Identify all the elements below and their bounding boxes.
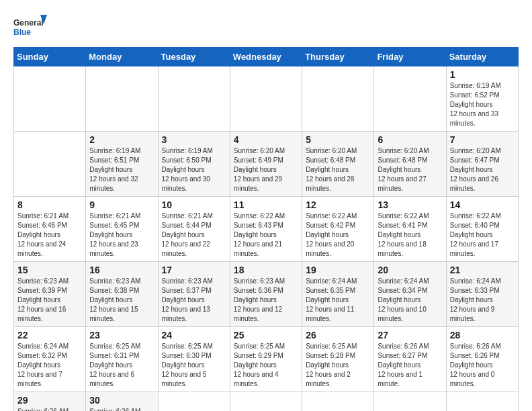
calendar-day-cell xyxy=(374,66,446,132)
calendar-day-cell: 13Sunrise: 6:22 AMSunset: 6:41 PMDayligh… xyxy=(374,197,446,262)
calendar-day-cell: 7Sunrise: 6:20 AMSunset: 6:47 PMDaylight… xyxy=(446,132,518,197)
calendar-day-cell: 19Sunrise: 6:24 AMSunset: 6:35 PMDayligh… xyxy=(302,262,374,327)
day-info: Sunrise: 6:19 AMSunset: 6:52 PMDaylight … xyxy=(450,81,515,128)
day-number: 11 xyxy=(234,199,298,210)
day-number: 30 xyxy=(89,395,154,406)
day-number: 16 xyxy=(89,265,154,275)
day-number: 21 xyxy=(450,265,515,275)
header: GeneralBlue xyxy=(13,13,519,40)
day-info: Sunrise: 6:19 AMSunset: 6:51 PMDaylight … xyxy=(89,146,154,193)
day-info: Sunrise: 6:21 AMSunset: 6:44 PMDaylight … xyxy=(162,212,226,259)
calendar-header-cell: Friday xyxy=(374,48,446,66)
day-info: Sunrise: 6:23 AMSunset: 6:37 PMDaylight … xyxy=(162,277,226,324)
calendar-day-cell: 24Sunrise: 6:25 AMSunset: 6:30 PMDayligh… xyxy=(158,327,230,392)
day-info: Sunrise: 6:24 AMSunset: 6:33 PMDaylight … xyxy=(450,277,515,324)
day-number: 12 xyxy=(306,199,370,210)
day-number: 23 xyxy=(89,330,154,340)
logo: GeneralBlue xyxy=(13,13,47,40)
day-number: 5 xyxy=(306,134,370,145)
day-info: Sunrise: 6:25 AMSunset: 6:29 PMDaylight … xyxy=(234,342,298,389)
calendar-day-cell: 21Sunrise: 6:24 AMSunset: 6:33 PMDayligh… xyxy=(446,262,518,327)
calendar-day-cell xyxy=(14,66,86,132)
day-info: Sunrise: 6:20 AMSunset: 6:47 PMDaylight … xyxy=(450,146,515,193)
day-number: 29 xyxy=(17,395,82,406)
day-info: Sunrise: 6:24 AMSunset: 6:34 PMDaylight … xyxy=(378,277,442,324)
day-number: 15 xyxy=(17,265,82,275)
calendar-table: SundayMondayTuesdayWednesdayThursdayFrid… xyxy=(13,47,519,411)
day-number: 1 xyxy=(450,69,515,80)
calendar-day-cell xyxy=(14,132,86,197)
svg-text:Blue: Blue xyxy=(13,28,31,37)
calendar-day-cell: 9Sunrise: 6:21 AMSunset: 6:45 PMDaylight… xyxy=(86,197,158,262)
day-number: 18 xyxy=(234,265,298,275)
day-info: Sunrise: 6:21 AMSunset: 6:46 PMDaylight … xyxy=(17,212,82,259)
calendar-day-cell: 17Sunrise: 6:23 AMSunset: 6:37 PMDayligh… xyxy=(158,262,230,327)
calendar-week-row: 2Sunrise: 6:19 AMSunset: 6:51 PMDaylight… xyxy=(14,132,519,197)
day-info: Sunrise: 6:22 AMSunset: 6:42 PMDaylight … xyxy=(306,212,370,259)
day-info: Sunrise: 6:22 AMSunset: 6:40 PMDaylight … xyxy=(450,212,515,259)
day-info: Sunrise: 6:24 AMSunset: 6:32 PMDaylight … xyxy=(17,342,82,389)
day-info: Sunrise: 6:25 AMSunset: 6:30 PMDaylight … xyxy=(162,342,226,389)
day-number: 13 xyxy=(378,199,442,210)
day-info: Sunrise: 6:23 AMSunset: 6:38 PMDaylight … xyxy=(89,277,154,324)
day-number: 24 xyxy=(162,330,226,340)
day-info: Sunrise: 6:26 AMSunset: 6:25 PMDaylight … xyxy=(17,407,82,411)
calendar-day-cell: 27Sunrise: 6:26 AMSunset: 6:27 PMDayligh… xyxy=(374,327,446,392)
day-number: 8 xyxy=(17,199,82,210)
calendar-day-cell: 23Sunrise: 6:25 AMSunset: 6:31 PMDayligh… xyxy=(86,327,158,392)
day-info: Sunrise: 6:25 AMSunset: 6:28 PMDaylight … xyxy=(306,342,370,389)
day-info: Sunrise: 6:20 AMSunset: 6:49 PMDaylight … xyxy=(234,146,298,193)
day-info: Sunrise: 6:23 AMSunset: 6:36 PMDaylight … xyxy=(234,277,298,324)
calendar-day-cell xyxy=(374,392,446,412)
day-number: 26 xyxy=(306,330,370,340)
calendar-header-cell: Wednesday xyxy=(230,48,302,66)
calendar-week-row: 15Sunrise: 6:23 AMSunset: 6:39 PMDayligh… xyxy=(14,262,519,327)
day-number: 20 xyxy=(378,265,442,275)
calendar-day-cell: 28Sunrise: 6:26 AMSunset: 6:26 PMDayligh… xyxy=(446,327,518,392)
day-info: Sunrise: 6:21 AMSunset: 6:45 PMDaylight … xyxy=(89,212,154,259)
day-number: 28 xyxy=(450,330,515,340)
day-number: 2 xyxy=(89,134,154,145)
calendar-day-cell: 6Sunrise: 6:20 AMSunset: 6:48 PMDaylight… xyxy=(374,132,446,197)
calendar-day-cell: 30Sunrise: 6:26 AMSunset: 6:24 PMDayligh… xyxy=(86,392,158,412)
day-info: Sunrise: 6:22 AMSunset: 6:41 PMDaylight … xyxy=(378,212,442,259)
day-info: Sunrise: 6:26 AMSunset: 6:27 PMDaylight … xyxy=(378,342,442,389)
calendar-day-cell: 2Sunrise: 6:19 AMSunset: 6:51 PMDaylight… xyxy=(86,132,158,197)
day-number: 7 xyxy=(450,134,515,145)
calendar-day-cell: 25Sunrise: 6:25 AMSunset: 6:29 PMDayligh… xyxy=(230,327,302,392)
day-number: 4 xyxy=(234,134,298,145)
day-number: 3 xyxy=(162,134,226,145)
calendar-day-cell xyxy=(230,392,302,412)
calendar-day-cell: 18Sunrise: 6:23 AMSunset: 6:36 PMDayligh… xyxy=(230,262,302,327)
day-info: Sunrise: 6:20 AMSunset: 6:48 PMDaylight … xyxy=(378,146,442,193)
day-number: 10 xyxy=(162,199,226,210)
calendar-week-row: 8Sunrise: 6:21 AMSunset: 6:46 PMDaylight… xyxy=(14,197,519,262)
calendar-week-row: 29Sunrise: 6:26 AMSunset: 6:25 PMDayligh… xyxy=(14,392,519,412)
day-number: 17 xyxy=(162,265,226,275)
calendar-day-cell: 11Sunrise: 6:22 AMSunset: 6:43 PMDayligh… xyxy=(230,197,302,262)
day-number: 22 xyxy=(17,330,82,340)
calendar-day-cell xyxy=(302,66,374,132)
day-info: Sunrise: 6:22 AMSunset: 6:43 PMDaylight … xyxy=(234,212,298,259)
calendar-day-cell: 22Sunrise: 6:24 AMSunset: 6:32 PMDayligh… xyxy=(14,327,86,392)
calendar-header-cell: Tuesday xyxy=(158,48,230,66)
calendar-day-cell: 15Sunrise: 6:23 AMSunset: 6:39 PMDayligh… xyxy=(14,262,86,327)
calendar-day-cell xyxy=(158,392,230,412)
day-info: Sunrise: 6:24 AMSunset: 6:35 PMDaylight … xyxy=(306,277,370,324)
day-number: 19 xyxy=(306,265,370,275)
calendar-header-cell: Sunday xyxy=(14,48,86,66)
calendar-day-cell xyxy=(446,392,518,412)
day-info: Sunrise: 6:26 AMSunset: 6:24 PMDaylight … xyxy=(89,407,154,411)
day-info: Sunrise: 6:20 AMSunset: 6:48 PMDaylight … xyxy=(306,146,370,193)
day-info: Sunrise: 6:26 AMSunset: 6:26 PMDaylight … xyxy=(450,342,515,389)
calendar-day-cell: 14Sunrise: 6:22 AMSunset: 6:40 PMDayligh… xyxy=(446,197,518,262)
day-info: Sunrise: 6:23 AMSunset: 6:39 PMDaylight … xyxy=(17,277,82,324)
calendar-day-cell xyxy=(86,66,158,132)
calendar-day-cell: 5Sunrise: 6:20 AMSunset: 6:48 PMDaylight… xyxy=(302,132,374,197)
day-info: Sunrise: 6:25 AMSunset: 6:31 PMDaylight … xyxy=(89,342,154,389)
calendar-week-row: 1Sunrise: 6:19 AMSunset: 6:52 PMDaylight… xyxy=(14,66,519,132)
day-number: 25 xyxy=(234,330,298,340)
calendar-day-cell: 16Sunrise: 6:23 AMSunset: 6:38 PMDayligh… xyxy=(86,262,158,327)
day-number: 27 xyxy=(378,330,442,340)
svg-text:General: General xyxy=(13,18,44,28)
